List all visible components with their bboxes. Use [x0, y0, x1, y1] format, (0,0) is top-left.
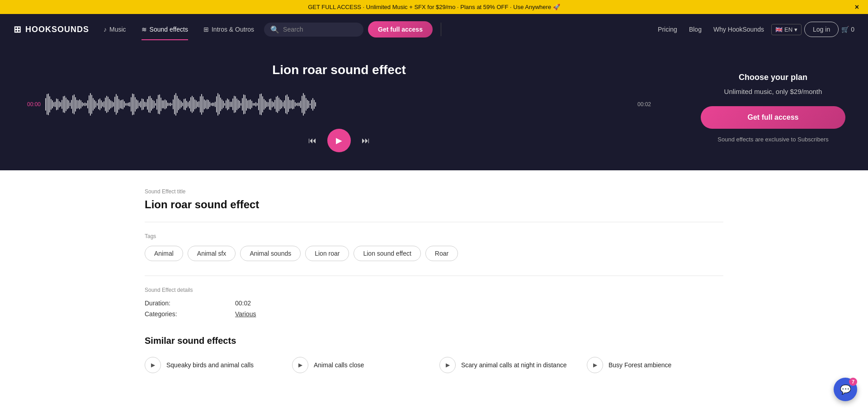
similar-item: ▶ Animal calls close [292, 357, 429, 373]
player-controls: ⏮ ▶ ⏭ [308, 129, 370, 152]
categories-value: Various [235, 310, 723, 318]
similar-item-label: Scary animal calls at night in distance [461, 361, 566, 369]
similar-play-button[interactable]: ▶ [292, 357, 308, 373]
similar-item-label: Animal calls close [314, 361, 364, 369]
exclusive-note: Sound effects are exclusive to Subscribe… [717, 136, 828, 143]
nav-intros-outros-label: Intros & Outros [212, 26, 254, 33]
choose-plan-heading: Choose your plan [739, 73, 807, 82]
content-section: Sound Effect title Lion roar sound effec… [118, 170, 750, 391]
top-banner: GET FULL ACCESS · Unlimited Music + SFX … [0, 0, 868, 14]
tags-label: Tags [145, 233, 723, 239]
similar-grid: ▶ Squeaky birds and animal calls ▶ Anima… [145, 357, 723, 373]
chevron-down-icon: ▾ [794, 26, 797, 33]
waveform [45, 91, 633, 118]
time-start: 00:00 [27, 101, 41, 108]
nav-right: Pricing Blog Why HookSounds 🇬🇧 EN ▾ Log … [653, 22, 854, 37]
nav-music-label: Music [109, 26, 126, 33]
cart-count: 0 [851, 26, 854, 33]
similar-item: ▶ Scary animal calls at night in distanc… [439, 357, 576, 373]
nav-sound-effects[interactable]: ≋ Sound effects [136, 22, 193, 37]
blog-link[interactable]: Blog [684, 22, 706, 37]
hero-section: Lion roar sound effect 00:00 00:02 ⏮ ▶ ⏭… [0, 45, 868, 170]
navbar: ⊞ HOOKSOUNDS ♪ Music ≋ Sound effects ⊞ I… [0, 14, 868, 45]
why-hooksounds-link[interactable]: Why HookSounds [709, 22, 769, 37]
similar-play-button[interactable]: ▶ [145, 357, 161, 373]
pricing-link[interactable]: Pricing [653, 22, 682, 37]
search-bar[interactable]: 🔍 [264, 23, 363, 37]
similar-play-button[interactable]: ▶ [439, 357, 456, 373]
tag-pill[interactable]: Roar [425, 246, 458, 261]
similar-item-label: Squeaky birds and animal calls [166, 361, 254, 369]
similar-item: ▶ Busy Forest ambience [587, 357, 723, 373]
get-full-access-button[interactable]: Get full access [368, 21, 433, 37]
lang-label: EN [784, 26, 793, 33]
categories-key: Categories: [145, 310, 235, 318]
waveform-container: 00:00 00:02 [27, 91, 651, 118]
pricing-description: Unlimited music, only $29/month [724, 88, 822, 95]
banner-close-button[interactable]: × [855, 3, 859, 11]
details-table: Duration: 00:02 Categories: Various [145, 300, 723, 318]
logo[interactable]: ⊞ HOOKSOUNDS [14, 24, 89, 35]
search-input[interactable] [283, 26, 351, 33]
nav-divider [441, 23, 441, 36]
search-icon: 🔍 [270, 25, 279, 34]
tag-pill[interactable]: Animal [145, 246, 183, 261]
similar-item-label: Busy Forest ambience [609, 361, 671, 369]
music-icon: ♪ [104, 26, 107, 33]
section-label: Sound Effect title [145, 188, 723, 195]
login-button[interactable]: Log in [804, 22, 839, 37]
divider-2 [145, 276, 723, 276]
divider-1 [145, 222, 723, 222]
tags-container: AnimalAnimal sfxAnimal soundsLion roarLi… [145, 246, 723, 261]
intros-outros-icon: ⊞ [203, 26, 209, 33]
time-end: 00:02 [637, 101, 651, 108]
similar-section: Similar sound effects ▶ Squeaky birds an… [145, 336, 723, 373]
nav-sound-effects-label: Sound effects [150, 26, 188, 33]
chat-bubble[interactable]: 💬 7 [834, 378, 857, 391]
similar-play-button[interactable]: ▶ [587, 357, 603, 373]
tag-pill[interactable]: Animal sfx [188, 246, 236, 261]
chat-badge: 7 [849, 378, 857, 386]
categories-link[interactable]: Various [235, 310, 256, 318]
play-button[interactable]: ▶ [327, 129, 351, 152]
rewind-button[interactable]: ⏮ [308, 136, 316, 145]
hero-player: Lion roar sound effect 00:00 00:02 ⏮ ▶ ⏭ [0, 45, 678, 170]
nav-intros-outros[interactable]: ⊞ Intros & Outros [198, 22, 259, 37]
logo-text: HOOKSOUNDS [25, 25, 89, 34]
content-title: Lion roar sound effect [145, 198, 723, 211]
logo-icon: ⊞ [14, 24, 22, 35]
cart-icon: 🛒 [841, 26, 849, 33]
tag-pill[interactable]: Lion roar [305, 246, 349, 261]
flag-icon: 🇬🇧 [775, 26, 783, 33]
hero-title: Lion roar sound effect [272, 63, 406, 77]
tag-pill[interactable]: Animal sounds [240, 246, 301, 261]
language-selector[interactable]: 🇬🇧 EN ▾ [771, 24, 802, 35]
duration-key: Duration: [145, 300, 235, 307]
banner-text: GET FULL ACCESS · Unlimited Music + SFX … [308, 4, 560, 10]
hero-subscription: Choose your plan Unlimited music, only $… [678, 45, 868, 170]
chat-icon: 💬 [840, 384, 851, 391]
nav-music[interactable]: ♪ Music [98, 22, 132, 37]
details-label: Sound Effect details [145, 287, 723, 293]
cart-button[interactable]: 🛒 0 [841, 26, 854, 33]
fast-forward-button[interactable]: ⏭ [362, 136, 370, 145]
tag-pill[interactable]: Lion sound effect [354, 246, 420, 261]
hero-get-full-access-button[interactable]: Get full access [701, 106, 845, 129]
duration-value: 00:02 [235, 300, 723, 307]
sound-effects-icon: ≋ [142, 26, 147, 33]
similar-title: Similar sound effects [145, 336, 723, 346]
similar-item: ▶ Squeaky birds and animal calls [145, 357, 281, 373]
